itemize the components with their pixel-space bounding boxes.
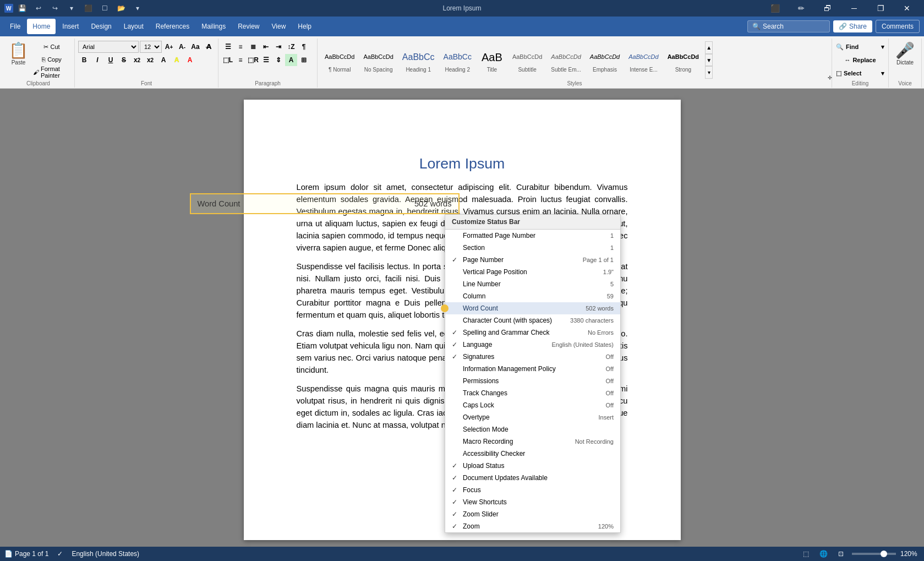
menu-layout[interactable]: Layout (118, 19, 149, 34)
subscript-button[interactable]: x2 (131, 54, 143, 66)
csb-item-info-mgmt-policy[interactable]: Information Management PolicyOff (445, 363, 620, 375)
shrink-font-button[interactable]: A- (176, 41, 188, 53)
text-effects-button[interactable]: A (157, 54, 170, 66)
bold-button[interactable]: B (78, 54, 90, 66)
csb-item-character-count[interactable]: Character Count (with spaces)3380 charac… (445, 314, 620, 326)
numbering-button[interactable]: ≡ (234, 41, 247, 53)
underline-button[interactable]: U (105, 54, 117, 66)
style-title[interactable]: AaB Title (477, 46, 507, 74)
change-case-button[interactable]: Aa (189, 41, 201, 53)
csb-item-selection-mode[interactable]: Selection Mode (445, 423, 620, 435)
redo-button[interactable]: ↪ (48, 2, 62, 15)
text-highlight-button[interactable]: A (171, 54, 183, 66)
focus-view-button[interactable]: ⊡ (834, 548, 848, 559)
select-button[interactable]: ⬚ Select ▾ (835, 67, 885, 79)
center-button[interactable]: ≡ (234, 54, 247, 66)
menu-home[interactable]: Home (27, 19, 56, 34)
bullets-button[interactable]: ☰ (222, 41, 234, 53)
csb-item-zoom[interactable]: ✓Zoom120% (445, 520, 620, 532)
decrease-indent-button[interactable]: ⇤ (260, 41, 272, 53)
csb-item-spelling-grammar[interactable]: ✓Spelling and Grammar CheckNo Errors (445, 326, 620, 339)
status-language[interactable]: English (United States) (72, 550, 139, 558)
style-emphasis[interactable]: AaBbCcDd Emphasis (586, 46, 624, 74)
dictate-button[interactable]: 🎤 Dictate (892, 41, 918, 68)
save-button[interactable]: 💾 (15, 2, 29, 15)
font-name-select[interactable]: Arial (78, 41, 139, 53)
csb-item-language[interactable]: ✓LanguageEnglish (United States) (445, 339, 620, 351)
csb-item-track-changes[interactable]: Track ChangesOff (445, 387, 620, 399)
format-painter-button[interactable]: 🖌 Format Painter (32, 66, 71, 78)
print-layout-button[interactable]: ⬚ (799, 548, 812, 559)
csb-item-macro-recording[interactable]: Macro RecordingNot Recording (445, 435, 620, 448)
minimize-button[interactable]: ─ (841, 0, 867, 17)
styles-scroll-up-button[interactable]: ▲ (705, 41, 713, 54)
shading-button[interactable]: A (285, 54, 297, 66)
styles-expand-button[interactable]: ⊹ (824, 72, 836, 84)
ribbon-display-button[interactable]: ⬛ (762, 0, 788, 17)
menu-references[interactable]: References (150, 19, 195, 34)
font-size-select[interactable]: 12 (140, 41, 162, 53)
share-button[interactable]: 🔗 Share (833, 20, 872, 32)
csb-item-permissions[interactable]: PermissionsOff (445, 375, 620, 387)
menu-view[interactable]: View (266, 19, 292, 34)
pen-button[interactable]: ✏ (789, 0, 814, 17)
paste-button[interactable]: 📋 Paste (6, 41, 31, 68)
menu-review[interactable]: Review (232, 19, 265, 34)
menu-file[interactable]: File (4, 19, 26, 34)
style-normal[interactable]: AaBbCcDd ¶ Normal (321, 46, 358, 74)
show-hide-button[interactable]: ¶ (298, 41, 310, 53)
copy-button[interactable]: ⎘ Copy (32, 53, 71, 66)
style-heading2[interactable]: AaBbCc Heading 2 (440, 46, 475, 74)
open-button[interactable]: 📂 (114, 2, 128, 15)
grow-font-button[interactable]: A+ (163, 41, 175, 53)
csb-item-upload-status[interactable]: ✓Upload Status (445, 460, 620, 472)
style-subtitle[interactable]: AaBbCcDd Subtitle (509, 46, 546, 74)
italic-button[interactable]: I (91, 54, 103, 66)
clear-formatting-button[interactable]: A̶ (203, 41, 215, 53)
align-right-button[interactable]: ⬚R (247, 54, 259, 66)
style-subtle-em[interactable]: AaBbCcDd Subtle Em... (547, 46, 584, 74)
csb-item-doc-updates[interactable]: ✓Document Updates Available (445, 472, 620, 484)
search-box[interactable]: 🔍 Search (747, 20, 830, 32)
find-button[interactable]: 🔍 Find ▾ (835, 41, 885, 53)
increase-indent-button[interactable]: ⇥ (272, 41, 285, 53)
borders-button[interactable]: ⊞ (298, 54, 310, 66)
csb-item-section[interactable]: Section1 (445, 242, 620, 254)
menu-help[interactable]: Help (292, 19, 317, 34)
csb-item-page-number[interactable]: ✓Page NumberPage 1 of 1 (445, 254, 620, 266)
csb-item-vertical-page-position[interactable]: Vertical Page Position1.9" (445, 266, 620, 278)
menu-insert[interactable]: Insert (57, 19, 84, 34)
replace-button[interactable]: ↔ Replace (835, 54, 885, 66)
cut-button[interactable]: ✂ Cut (32, 41, 71, 53)
csb-item-overtype[interactable]: OvertypeInsert (445, 411, 620, 423)
strikethrough-button[interactable]: S (118, 54, 130, 66)
styles-more-button[interactable]: ▾ (705, 66, 713, 79)
web-layout-button[interactable]: 🌐 (817, 548, 830, 559)
csb-item-caps-lock[interactable]: Caps LockOff (445, 399, 620, 411)
customize-quick-access-button[interactable]: ▾ (65, 2, 78, 15)
csb-item-focus[interactable]: ✓Focus (445, 484, 620, 496)
csb-item-line-number[interactable]: Line Number5 (445, 278, 620, 290)
touch-mode-button[interactable]: ☐ (98, 2, 111, 15)
multilevel-button[interactable]: ≣ (247, 41, 259, 53)
csb-item-word-count[interactable]: Word Count502 words (445, 302, 620, 314)
restore-button[interactable]: ❐ (868, 0, 893, 17)
style-heading1[interactable]: AaBbCc Heading 1 (398, 46, 439, 74)
undo-button[interactable]: ↩ (32, 2, 45, 15)
align-left-button[interactable]: ⬚L (222, 54, 234, 66)
menu-mailings[interactable]: Mailings (196, 19, 231, 34)
comments-button[interactable]: Comments (876, 20, 920, 33)
csb-item-formatted-page-number[interactable]: Formatted Page Number1 (445, 230, 620, 242)
csb-item-accessibility-checker[interactable]: Accessibility Checker (445, 448, 620, 460)
line-spacing-button[interactable]: ⇕ (272, 54, 285, 66)
sort-button[interactable]: ↕Z (285, 41, 297, 53)
csb-item-column[interactable]: Column59 (445, 290, 620, 302)
csb-item-signatures[interactable]: ✓SignaturesOff (445, 351, 620, 363)
status-page-info[interactable]: 📄 Page 1 of 1 (4, 550, 48, 558)
status-spell-check[interactable]: ✓ (57, 550, 63, 558)
csb-item-view-shortcuts[interactable]: ✓View Shortcuts (445, 496, 620, 508)
menu-design[interactable]: Design (85, 19, 117, 34)
style-intense-e[interactable]: AaBbCcDd Intense E... (625, 46, 662, 74)
font-color-button[interactable]: A (184, 54, 196, 66)
more-quick-access-button[interactable]: ▾ (131, 2, 144, 15)
